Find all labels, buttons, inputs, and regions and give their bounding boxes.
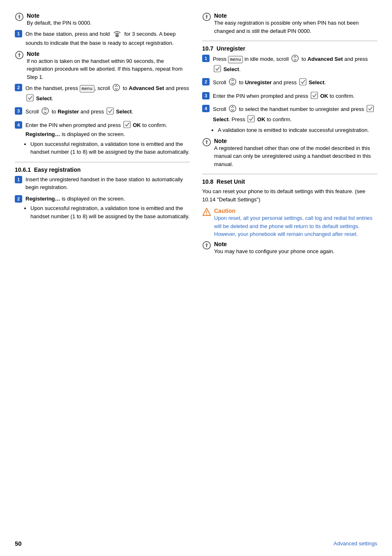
- svg-rect-25: [367, 105, 374, 112]
- svg-point-5: [116, 35, 118, 36]
- easy-step-1: 1 Insert the unregistered handset in the…: [15, 175, 190, 191]
- step-4-sub-item: Upon successful registration, a validati…: [30, 140, 190, 156]
- step-4-sub: Upon successful registration, a validati…: [25, 140, 190, 156]
- section-107-label: Unregister: [217, 45, 245, 52]
- svg-rect-11: [27, 95, 33, 101]
- step-list-2-4: 2 On the handset, press menu, scroll to …: [15, 83, 190, 156]
- step-4-registering: Registering…: [25, 131, 60, 137]
- page-footer: 50 Advanced settings: [15, 540, 377, 547]
- step-3: 3 Scroll to Register and press Select.: [15, 107, 190, 118]
- right-note-3-content: Note You may have to configure your phon…: [214, 241, 334, 256]
- select-key-unreg2: [299, 78, 307, 88]
- unreg-step-4-sub-item: A validation tone is emitted to indicate…: [218, 126, 377, 134]
- section-easy-number: 10.6.1: [15, 166, 31, 173]
- page-number: 50: [15, 540, 22, 547]
- easy-step-list: 1 Insert the unregistered handset in the…: [15, 175, 190, 221]
- right-note-icon-2: [202, 138, 211, 147]
- note-icon-1: [15, 12, 24, 21]
- svg-point-36: [206, 243, 207, 244]
- caution-title: Caution: [214, 208, 377, 214]
- svg-point-33: [206, 214, 207, 215]
- right-note-icon-3: [202, 241, 211, 250]
- right-note-1: Note The easy registration is possible o…: [202, 12, 377, 35]
- unreg-step-num-2: 2: [202, 78, 210, 85]
- note-1-content: Note By default, the PIN is 0000.: [27, 12, 92, 27]
- unreg-step-2-select: Select: [309, 79, 324, 85]
- section-easy-title: 10.6.1 Easy registration: [15, 166, 190, 173]
- unreg-step-3: 3 Enter the PIN when prompted and press …: [202, 92, 377, 102]
- section-108-number: 10.8: [202, 178, 213, 185]
- unreg-step-num-1: 1: [202, 55, 210, 62]
- unreg-step-1-select: Select: [224, 66, 239, 72]
- svg-point-17: [206, 15, 207, 16]
- right-note-3-text: You may have to configure your phone onc…: [214, 247, 334, 256]
- right-note-1-content: Note The easy registration is possible o…: [214, 12, 377, 35]
- svg-point-8: [19, 53, 20, 53]
- step-3-content: Scroll to Register and press Select.: [25, 107, 133, 118]
- step-2-bold: Advanced Set: [129, 85, 164, 91]
- unreg-step-3-ok: OK: [320, 93, 328, 99]
- step-num-3: 3: [15, 107, 22, 115]
- unregister-step-list: 1 Press menu in idle mode, scroll to Adv…: [202, 54, 377, 134]
- scroll-icon-unreg4: [228, 104, 237, 115]
- unreg-step-num-3: 3: [202, 92, 210, 99]
- easy-step-num-1: 1: [15, 176, 22, 183]
- unreg-step-4: 4 Scroll to select the handset number to…: [202, 104, 377, 134]
- svg-rect-23: [311, 92, 318, 99]
- unreg-step-1-content: Press menu in idle mode, scroll to Advan…: [213, 54, 377, 74]
- select-key-unreg4: [367, 105, 374, 115]
- right-note-1-text: The easy registration is possible only w…: [214, 19, 377, 35]
- page: Note By default, the PIN is 0000. 1 On t…: [0, 0, 392, 556]
- unreg-step-1-bold: Advanced Set: [307, 56, 343, 62]
- step-4-ok: OK: [133, 122, 141, 128]
- ok-key-unreg3: [311, 92, 318, 102]
- right-note-2-text: A registered handset other than one of t…: [214, 144, 377, 168]
- step-4: 4 Enter the PIN when prompted and press …: [15, 121, 190, 156]
- right-divider-1: [202, 41, 377, 41]
- unreg-step-num-4: 4: [202, 105, 210, 112]
- easy-step-2-bold: Registering…: [25, 196, 60, 202]
- divider-1: [15, 162, 190, 162]
- select-key-unreg1: [214, 65, 221, 75]
- step-1-text: On the base station, press and hold: [25, 31, 110, 37]
- menu-key-step2: menu: [80, 85, 95, 93]
- right-note-2-content: Note A registered handset other than one…: [214, 138, 377, 168]
- svg-point-2: [19, 15, 20, 16]
- svg-rect-26: [248, 115, 254, 122]
- right-note-3-title: Note: [214, 241, 334, 247]
- reset-text: You can reset your phone to its default …: [202, 187, 377, 203]
- right-column: Note The easy registration is possible o…: [202, 12, 377, 544]
- right-note-2: Note A registered handset other than one…: [202, 138, 377, 168]
- note-2-text: If no action is taken on the handset wit…: [27, 57, 190, 81]
- note-1-title: Note: [27, 12, 92, 19]
- unreg-step-4-select: Select: [213, 116, 228, 122]
- step-2-content: On the handset, press menu, scroll to Ad…: [25, 83, 190, 104]
- step-2-select-label: Select: [36, 95, 52, 102]
- unreg-step-1: 1 Press menu in idle mode, scroll to Adv…: [202, 54, 377, 74]
- section-107-number: 10.7: [202, 45, 213, 52]
- svg-point-29: [206, 140, 207, 141]
- step-num-1: 1: [15, 30, 22, 37]
- unreg-step-2-bold: Unregister: [245, 79, 272, 85]
- left-column: Note By default, the PIN is 0000. 1 On t…: [15, 12, 190, 544]
- easy-step-2-sub: Upon successful registration, a validati…: [25, 204, 190, 220]
- caution-content: Caution Upon reset, all your personal se…: [214, 208, 377, 238]
- radio-signal-icon: [113, 30, 122, 39]
- section-108-title: 10.8 Reset Unit: [202, 178, 377, 185]
- ok-key-unreg4: [247, 115, 255, 125]
- select-key-step4-ok: [123, 121, 131, 131]
- step-4-content: Enter the PIN when prompted and press OK…: [25, 121, 190, 156]
- svg-rect-13: [107, 108, 113, 114]
- step-list-main: 1 On the base station, press and hold fo…: [15, 30, 190, 47]
- caution-text: Upon reset, all your personal settings, …: [214, 214, 377, 238]
- right-note-1-title: Note: [214, 12, 377, 19]
- right-note-3: Note You may have to configure your phon…: [202, 241, 377, 256]
- step-3-bold: Register: [58, 108, 79, 115]
- unreg-step-2: 2 Scroll to Unregister and press Select.: [202, 78, 377, 88]
- step-2: 2 On the handset, press menu, scroll to …: [15, 83, 190, 104]
- unreg-step-4-ok: OK: [257, 116, 265, 122]
- caution-icon: [202, 208, 211, 217]
- right-divider-2: [202, 174, 377, 174]
- right-note-icon-1: [202, 12, 211, 21]
- step-1: 1 On the base station, press and hold fo…: [15, 30, 190, 47]
